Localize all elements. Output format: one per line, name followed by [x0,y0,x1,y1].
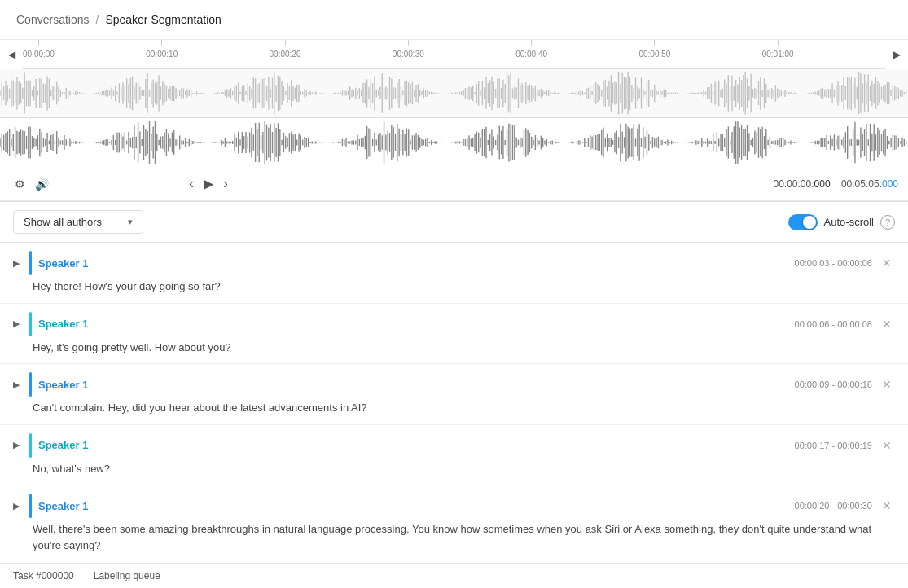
collapse-button[interactable]: ✕ [879,257,895,270]
breadcrumb-current: Speaker Segmentation [105,13,221,26]
transcript-text: Can't complain. Hey, did you hear about … [33,400,895,416]
ruler-tick: 00:00:00 [23,40,55,59]
time-range: 00:00:17 - 00:00:19 [795,441,872,450]
timeline-ruler: ◀ 00:00:0000:00:1000:00:2000:00:3000:00:… [0,40,908,69]
transcript-item: ▶ Speaker 1 00:00:20 - 00:00:30 ✕ Well, … [0,485,908,554]
timeline-prev-button[interactable]: ◀ [0,40,23,69]
help-char: ? [885,217,890,227]
transcript-header: ▶ Speaker 1 00:00:20 - 00:00:30 ✕ [10,494,895,518]
speaker-bar [29,251,32,275]
ruler-ticks: 00:00:0000:00:1000:00:2000:00:3000:00:40… [23,40,885,69]
speaker-bar [29,372,32,397]
toggle-knob [803,216,816,229]
transcript-text: No, what's new? [33,461,895,477]
ruler-tick: 00:01:00 [762,40,794,59]
filter-bar: Show all authors ▾ Auto-scroll ? [0,202,908,243]
collapse-button[interactable]: ✕ [879,439,895,452]
speaker-name: Speaker 1 [38,257,788,270]
waveform-main-svg [0,118,908,167]
collapse-button[interactable]: ✕ [879,499,895,512]
transcript-header: ▶ Speaker 1 00:00:03 - 00:00:06 ✕ [10,251,895,275]
waveform-overview-svg [0,69,908,117]
volume-icon: 🔊 [35,178,49,191]
transcript-item: ▶ Speaker 1 00:00:09 - 00:00:16 ✕ Can't … [0,364,908,425]
time-range: 00:00:06 - 00:00:08 [795,319,872,329]
autoscroll-container: Auto-scroll ? [788,214,895,230]
collapse-button[interactable]: ✕ [879,318,895,331]
speaker-name: Speaker 1 [38,500,788,512]
transcript-text: Hey, it's going pretty well. How about y… [33,340,895,356]
playback-controls: ⚙ 🔊 ‹ ▶ › 00:00:00:000 00:05:05:000 [0,167,908,201]
time-range: 00:00:09 - 00:00:16 [795,380,872,389]
timeline-next-button[interactable]: ▶ [885,40,908,69]
current-time-prefix: 00:00:00: [774,178,814,190]
autoscroll-label: Auto-scroll [824,216,874,228]
timeline-section: ◀ 00:00:0000:00:1000:00:2000:00:3000:00:… [0,40,908,202]
transcript-list: ▶ Speaker 1 00:00:03 - 00:00:06 ✕ Hey th… [0,243,908,554]
time-range: 00:00:03 - 00:00:06 [795,258,872,268]
transcript-item: ▶ Speaker 1 00:00:03 - 00:00:06 ✕ Hey th… [0,243,908,304]
speaker-name: Speaker 1 [38,439,788,451]
transcript-header: ▶ Speaker 1 00:00:17 - 00:00:19 ✕ [10,433,895,458]
waveform-main[interactable] [0,118,908,167]
autoscroll-toggle[interactable] [788,214,818,230]
dropdown-chevron-icon: ▾ [128,217,133,227]
time-display: 00:00:00:000 00:05:05:000 [774,178,899,190]
ruler-tick: 00:00:40 [515,40,547,59]
ruler-tick: 00:00:30 [393,40,424,59]
settings-button[interactable]: ⚙ [10,174,30,194]
ruler-tick: 00:00:50 [638,40,670,59]
transcript-text: Well, there's been some amazing breakthr… [33,521,895,553]
settings-icon: ⚙ [15,178,25,191]
collapse-button[interactable]: ✕ [879,378,895,391]
transcript-text: Hey there! How's your day going so far? [33,279,895,295]
volume-button[interactable]: 🔊 [30,174,54,194]
item-play-button[interactable]: ▶ [10,317,23,331]
play-button[interactable]: ▶ [199,173,218,195]
item-play-button[interactable]: ▶ [10,378,23,392]
breadcrumb-separator: / [96,13,99,26]
waveform-overview[interactable] [0,69,908,118]
speaker-name: Speaker 1 [38,318,788,330]
current-time-suffix: 000 [814,178,831,190]
breadcrumb-bar: Conversations / Speaker Segmentation [0,0,908,40]
speaker-bar [29,312,32,336]
transcript-header: ▶ Speaker 1 00:00:06 - 00:00:08 ✕ [10,312,895,336]
total-time-prefix: 00:05:05: [841,178,882,190]
next-segment-button[interactable]: › [218,172,233,195]
autoscroll-help-icon[interactable]: ? [880,215,895,230]
speaker-name: Speaker 1 [38,379,788,391]
transcript-header: ▶ Speaker 1 00:00:09 - 00:00:16 ✕ [10,372,895,397]
ruler-tick: 00:00:20 [270,40,301,59]
transcript-item: ▶ Speaker 1 00:00:17 - 00:00:19 ✕ No, wh… [0,425,908,486]
author-filter-dropdown[interactable]: Show all authors ▾ [13,210,143,234]
item-play-button[interactable]: ▶ [10,499,23,513]
ruler-tick: 00:00:10 [146,40,178,59]
item-play-button[interactable]: ▶ [10,257,23,270]
item-play-button[interactable]: ▶ [10,438,23,452]
prev-segment-button[interactable]: ‹ [184,172,199,195]
speaker-bar [29,494,32,518]
total-time-suffix: 000 [882,178,898,190]
speaker-bar [29,433,32,458]
breadcrumb-parent[interactable]: Conversations [16,13,90,26]
author-filter-label: Show all authors [24,216,102,228]
transcript-item: ▶ Speaker 1 00:00:06 - 00:00:08 ✕ Hey, i… [0,304,908,365]
time-range: 00:00:20 - 00:00:30 [795,501,872,511]
